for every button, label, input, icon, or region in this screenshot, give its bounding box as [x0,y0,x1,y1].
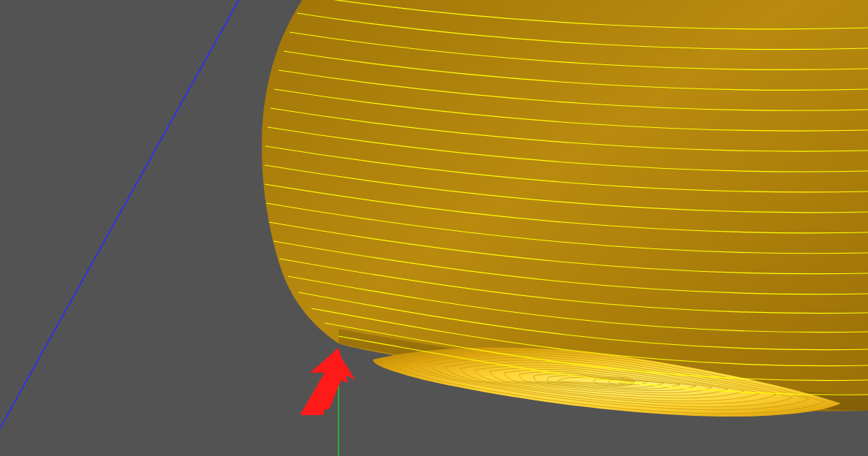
mesh-object[interactable] [262,0,868,417]
svg-marker-3 [310,349,355,409]
z-axis [0,0,263,456]
annotation-arrow [300,348,355,415]
scene-canvas[interactable] [0,0,868,456]
3d-viewport[interactable] [0,0,868,456]
